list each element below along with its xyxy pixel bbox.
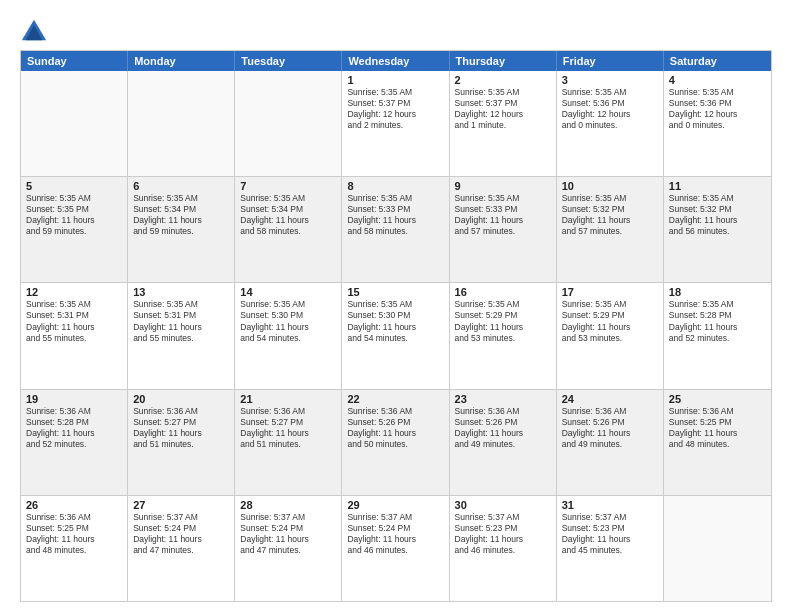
- day-number: 6: [133, 180, 229, 192]
- day-info: Sunrise: 5:35 AM Sunset: 5:28 PM Dayligh…: [669, 299, 766, 343]
- day-info: Sunrise: 5:36 AM Sunset: 5:26 PM Dayligh…: [562, 406, 658, 450]
- day-info: Sunrise: 5:37 AM Sunset: 5:24 PM Dayligh…: [240, 512, 336, 556]
- day-number: 27: [133, 499, 229, 511]
- calendar-cell-5: 5Sunrise: 5:35 AM Sunset: 5:35 PM Daylig…: [21, 177, 128, 282]
- day-number: 28: [240, 499, 336, 511]
- calendar-cell-15: 15Sunrise: 5:35 AM Sunset: 5:30 PM Dayli…: [342, 283, 449, 388]
- calendar-cell-1: 1Sunrise: 5:35 AM Sunset: 5:37 PM Daylig…: [342, 71, 449, 176]
- day-info: Sunrise: 5:36 AM Sunset: 5:25 PM Dayligh…: [669, 406, 766, 450]
- day-number: 11: [669, 180, 766, 192]
- day-info: Sunrise: 5:35 AM Sunset: 5:33 PM Dayligh…: [455, 193, 551, 237]
- day-info: Sunrise: 5:35 AM Sunset: 5:37 PM Dayligh…: [347, 87, 443, 131]
- day-info: Sunrise: 5:35 AM Sunset: 5:31 PM Dayligh…: [133, 299, 229, 343]
- day-info: Sunrise: 5:37 AM Sunset: 5:23 PM Dayligh…: [562, 512, 658, 556]
- header-day-sunday: Sunday: [21, 51, 128, 71]
- day-number: 18: [669, 286, 766, 298]
- day-number: 9: [455, 180, 551, 192]
- day-number: 30: [455, 499, 551, 511]
- day-info: Sunrise: 5:35 AM Sunset: 5:29 PM Dayligh…: [562, 299, 658, 343]
- day-info: Sunrise: 5:35 AM Sunset: 5:36 PM Dayligh…: [669, 87, 766, 131]
- day-info: Sunrise: 5:37 AM Sunset: 5:24 PM Dayligh…: [347, 512, 443, 556]
- day-number: 31: [562, 499, 658, 511]
- calendar-cell-empty-0-2: [235, 71, 342, 176]
- calendar-header: SundayMondayTuesdayWednesdayThursdayFrid…: [21, 51, 771, 71]
- day-info: Sunrise: 5:36 AM Sunset: 5:27 PM Dayligh…: [133, 406, 229, 450]
- calendar-cell-31: 31Sunrise: 5:37 AM Sunset: 5:23 PM Dayli…: [557, 496, 664, 601]
- header-day-tuesday: Tuesday: [235, 51, 342, 71]
- calendar-cell-6: 6Sunrise: 5:35 AM Sunset: 5:34 PM Daylig…: [128, 177, 235, 282]
- day-info: Sunrise: 5:35 AM Sunset: 5:32 PM Dayligh…: [562, 193, 658, 237]
- header-day-saturday: Saturday: [664, 51, 771, 71]
- day-number: 15: [347, 286, 443, 298]
- day-number: 16: [455, 286, 551, 298]
- day-info: Sunrise: 5:36 AM Sunset: 5:26 PM Dayligh…: [455, 406, 551, 450]
- calendar-body: 1Sunrise: 5:35 AM Sunset: 5:37 PM Daylig…: [21, 71, 771, 601]
- day-info: Sunrise: 5:35 AM Sunset: 5:32 PM Dayligh…: [669, 193, 766, 237]
- day-number: 21: [240, 393, 336, 405]
- day-number: 2: [455, 74, 551, 86]
- day-number: 25: [669, 393, 766, 405]
- day-info: Sunrise: 5:35 AM Sunset: 5:36 PM Dayligh…: [562, 87, 658, 131]
- day-info: Sunrise: 5:35 AM Sunset: 5:29 PM Dayligh…: [455, 299, 551, 343]
- calendar: SundayMondayTuesdayWednesdayThursdayFrid…: [20, 50, 772, 602]
- page: SundayMondayTuesdayWednesdayThursdayFrid…: [0, 0, 792, 612]
- calendar-cell-27: 27Sunrise: 5:37 AM Sunset: 5:24 PM Dayli…: [128, 496, 235, 601]
- day-number: 29: [347, 499, 443, 511]
- calendar-cell-empty-4-6: [664, 496, 771, 601]
- day-info: Sunrise: 5:37 AM Sunset: 5:23 PM Dayligh…: [455, 512, 551, 556]
- day-number: 7: [240, 180, 336, 192]
- calendar-cell-empty-0-0: [21, 71, 128, 176]
- calendar-cell-11: 11Sunrise: 5:35 AM Sunset: 5:32 PM Dayli…: [664, 177, 771, 282]
- calendar-row-1: 1Sunrise: 5:35 AM Sunset: 5:37 PM Daylig…: [21, 71, 771, 176]
- header: [20, 16, 772, 44]
- calendar-cell-19: 19Sunrise: 5:36 AM Sunset: 5:28 PM Dayli…: [21, 390, 128, 495]
- day-number: 23: [455, 393, 551, 405]
- calendar-cell-3: 3Sunrise: 5:35 AM Sunset: 5:36 PM Daylig…: [557, 71, 664, 176]
- day-info: Sunrise: 5:35 AM Sunset: 5:35 PM Dayligh…: [26, 193, 122, 237]
- day-info: Sunrise: 5:35 AM Sunset: 5:30 PM Dayligh…: [240, 299, 336, 343]
- calendar-cell-21: 21Sunrise: 5:36 AM Sunset: 5:27 PM Dayli…: [235, 390, 342, 495]
- day-number: 1: [347, 74, 443, 86]
- calendar-row-5: 26Sunrise: 5:36 AM Sunset: 5:25 PM Dayli…: [21, 495, 771, 601]
- calendar-cell-20: 20Sunrise: 5:36 AM Sunset: 5:27 PM Dayli…: [128, 390, 235, 495]
- day-info: Sunrise: 5:35 AM Sunset: 5:31 PM Dayligh…: [26, 299, 122, 343]
- day-number: 8: [347, 180, 443, 192]
- day-info: Sunrise: 5:35 AM Sunset: 5:37 PM Dayligh…: [455, 87, 551, 131]
- day-info: Sunrise: 5:35 AM Sunset: 5:34 PM Dayligh…: [133, 193, 229, 237]
- day-number: 4: [669, 74, 766, 86]
- day-info: Sunrise: 5:35 AM Sunset: 5:33 PM Dayligh…: [347, 193, 443, 237]
- header-day-monday: Monday: [128, 51, 235, 71]
- day-info: Sunrise: 5:36 AM Sunset: 5:27 PM Dayligh…: [240, 406, 336, 450]
- calendar-cell-24: 24Sunrise: 5:36 AM Sunset: 5:26 PM Dayli…: [557, 390, 664, 495]
- calendar-cell-18: 18Sunrise: 5:35 AM Sunset: 5:28 PM Dayli…: [664, 283, 771, 388]
- day-number: 22: [347, 393, 443, 405]
- day-number: 5: [26, 180, 122, 192]
- calendar-cell-4: 4Sunrise: 5:35 AM Sunset: 5:36 PM Daylig…: [664, 71, 771, 176]
- calendar-cell-12: 12Sunrise: 5:35 AM Sunset: 5:31 PM Dayli…: [21, 283, 128, 388]
- calendar-row-2: 5Sunrise: 5:35 AM Sunset: 5:35 PM Daylig…: [21, 176, 771, 282]
- day-info: Sunrise: 5:36 AM Sunset: 5:28 PM Dayligh…: [26, 406, 122, 450]
- day-number: 10: [562, 180, 658, 192]
- day-number: 26: [26, 499, 122, 511]
- day-number: 3: [562, 74, 658, 86]
- calendar-cell-10: 10Sunrise: 5:35 AM Sunset: 5:32 PM Dayli…: [557, 177, 664, 282]
- header-day-thursday: Thursday: [450, 51, 557, 71]
- calendar-row-3: 12Sunrise: 5:35 AM Sunset: 5:31 PM Dayli…: [21, 282, 771, 388]
- calendar-cell-17: 17Sunrise: 5:35 AM Sunset: 5:29 PM Dayli…: [557, 283, 664, 388]
- calendar-cell-23: 23Sunrise: 5:36 AM Sunset: 5:26 PM Dayli…: [450, 390, 557, 495]
- calendar-cell-28: 28Sunrise: 5:37 AM Sunset: 5:24 PM Dayli…: [235, 496, 342, 601]
- day-info: Sunrise: 5:36 AM Sunset: 5:26 PM Dayligh…: [347, 406, 443, 450]
- calendar-cell-14: 14Sunrise: 5:35 AM Sunset: 5:30 PM Dayli…: [235, 283, 342, 388]
- calendar-row-4: 19Sunrise: 5:36 AM Sunset: 5:28 PM Dayli…: [21, 389, 771, 495]
- calendar-cell-9: 9Sunrise: 5:35 AM Sunset: 5:33 PM Daylig…: [450, 177, 557, 282]
- day-number: 20: [133, 393, 229, 405]
- day-number: 24: [562, 393, 658, 405]
- calendar-cell-16: 16Sunrise: 5:35 AM Sunset: 5:29 PM Dayli…: [450, 283, 557, 388]
- day-info: Sunrise: 5:36 AM Sunset: 5:25 PM Dayligh…: [26, 512, 122, 556]
- calendar-cell-8: 8Sunrise: 5:35 AM Sunset: 5:33 PM Daylig…: [342, 177, 449, 282]
- day-info: Sunrise: 5:35 AM Sunset: 5:34 PM Dayligh…: [240, 193, 336, 237]
- calendar-cell-29: 29Sunrise: 5:37 AM Sunset: 5:24 PM Dayli…: [342, 496, 449, 601]
- calendar-cell-25: 25Sunrise: 5:36 AM Sunset: 5:25 PM Dayli…: [664, 390, 771, 495]
- logo-icon: [20, 16, 48, 44]
- calendar-cell-2: 2Sunrise: 5:35 AM Sunset: 5:37 PM Daylig…: [450, 71, 557, 176]
